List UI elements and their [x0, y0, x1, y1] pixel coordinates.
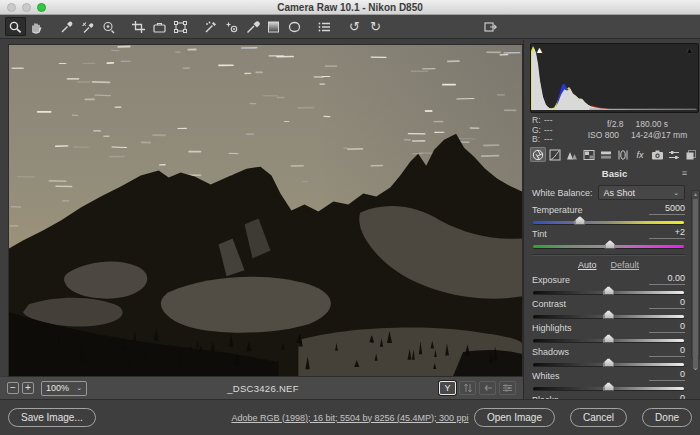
slider-row-highlights: Highlights0	[532, 321, 685, 342]
filename-label: _DSC3426.NEF	[90, 383, 436, 394]
slider-thumb[interactable]	[603, 334, 614, 343]
white-balance-row: White Balance: As Shot ⌄	[532, 185, 685, 200]
zoom-in-button[interactable]: +	[22, 382, 34, 394]
tab-effects[interactable]: fx	[632, 147, 648, 162]
tab-camera-calibration[interactable]	[649, 147, 665, 162]
red-eye-tool[interactable]	[221, 17, 242, 36]
slider-track[interactable]	[533, 315, 684, 318]
white-balance-select[interactable]: As Shot ⌄	[598, 185, 685, 200]
minimize-window-button[interactable]	[22, 3, 31, 12]
shutter-value: 180.00 s	[635, 119, 668, 130]
radial-filter-tool[interactable]	[284, 17, 305, 36]
swap-before-after-button[interactable]	[459, 381, 476, 395]
split-bars-icon	[600, 149, 612, 161]
panel-menu-icon[interactable]: ≡	[682, 169, 687, 178]
preferences-button[interactable]	[314, 17, 335, 36]
open-image-button[interactable]: Open Image	[474, 408, 555, 427]
slider-thumb[interactable]	[603, 286, 614, 295]
slider-thumb[interactable]	[603, 358, 614, 367]
slider-value-field[interactable]: 5000	[649, 203, 685, 215]
scroll-up-arrow-icon[interactable]: ▲	[692, 191, 699, 197]
image-status-bar: − + 100% ⌄ _DSC3426.NEF Y	[0, 376, 523, 399]
before-after-toggle-button[interactable]: Y	[439, 381, 456, 395]
transform-tool[interactable]	[170, 17, 191, 36]
cancel-button[interactable]: Cancel	[570, 408, 627, 427]
shadow-clipping-warning-icon[interactable]: ▲	[535, 45, 544, 55]
slider-track[interactable]	[533, 221, 684, 224]
workflow-options-link[interactable]: Adobe RGB (1998); 16 bit; 5504 by 8256 (…	[231, 413, 468, 423]
slider-value-field[interactable]: +2	[649, 227, 685, 239]
zoom-tool[interactable]	[5, 17, 26, 36]
scroll-down-arrow-icon[interactable]: ⌄	[692, 364, 699, 372]
aperture-icon	[532, 149, 544, 161]
white-balance-tool[interactable]	[56, 17, 77, 36]
slider-value-field[interactable]: 0.00	[649, 273, 685, 285]
graduated-filter-tool[interactable]	[263, 17, 284, 36]
slider-thumb[interactable]	[605, 240, 616, 249]
scrollbar-thumb[interactable]	[693, 199, 698, 369]
photo-star-trails-mountains	[9, 45, 522, 376]
slider-thumb[interactable]	[603, 310, 614, 319]
default-link[interactable]: Default	[610, 260, 639, 270]
slider-thumb[interactable]	[574, 216, 585, 225]
slider-track[interactable]	[533, 363, 684, 366]
targeted-adjustment-tool[interactable]	[98, 17, 119, 36]
rotate-left-button[interactable]: ↺	[344, 17, 365, 36]
magnifier-icon	[8, 20, 23, 34]
window-title: Camera Raw 10.1 - Nikon D850	[277, 2, 423, 13]
slider-value-field[interactable]: 0	[649, 345, 685, 357]
auto-link[interactable]: Auto	[578, 260, 597, 270]
slider-row-shadows: Shadows0	[532, 345, 685, 366]
color-sampler-tool[interactable]	[77, 17, 98, 36]
image-column: − + 100% ⌄ _DSC3426.NEF Y	[0, 40, 523, 399]
slider-track[interactable]	[533, 291, 684, 294]
toggle-filmstrip-button[interactable]	[480, 17, 501, 36]
presets-sliders-icon	[668, 149, 680, 161]
chevron-down-icon: ⌄	[673, 189, 679, 197]
tab-snapshots[interactable]	[683, 147, 699, 162]
slider-track[interactable]	[533, 339, 684, 342]
zoom-out-button[interactable]: −	[7, 382, 19, 394]
g-value: ---	[544, 125, 553, 135]
straighten-tool[interactable]	[149, 17, 170, 36]
done-button[interactable]: Done	[642, 408, 692, 427]
slider-track[interactable]	[533, 387, 684, 390]
preview-preferences-button[interactable]	[499, 381, 516, 395]
zoom-level-select[interactable]: 100% ⌄	[41, 381, 87, 396]
zoom-window-button[interactable]	[37, 3, 46, 12]
sliders-icon	[502, 383, 513, 393]
close-window-button[interactable]	[7, 3, 16, 12]
camera-icon	[651, 149, 664, 161]
transform-frame-icon	[173, 20, 188, 34]
save-image-button[interactable]: Save Image...	[8, 408, 96, 427]
tab-tone-curve[interactable]	[547, 147, 563, 162]
highlight-clipping-warning-icon[interactable]: ▲	[685, 45, 694, 55]
b-value: ---	[544, 134, 553, 144]
panel-scrollbar[interactable]: ▲ ⌄	[691, 190, 700, 359]
crop-tool[interactable]	[128, 17, 149, 36]
tab-detail[interactable]	[564, 147, 580, 162]
tab-lens-corrections[interactable]	[615, 147, 631, 162]
tab-presets[interactable]	[666, 147, 682, 162]
rotate-right-button[interactable]: ↻	[365, 17, 386, 36]
photo-canvas[interactable]	[9, 45, 522, 376]
spot-removal-tool[interactable]	[200, 17, 221, 36]
healing-brush-icon	[203, 20, 218, 34]
chevron-down-icon: ⌄	[76, 384, 82, 392]
swap-arrows-icon	[463, 383, 473, 393]
hand-tool[interactable]	[26, 17, 47, 36]
lens-value: 14-24@17 mm	[631, 130, 687, 141]
slider-value-field[interactable]: 0	[649, 321, 685, 333]
slider-label: Exposure	[532, 275, 570, 285]
tab-basic[interactable]	[530, 147, 546, 162]
slider-value-field[interactable]: 0	[649, 297, 685, 309]
slider-thumb[interactable]	[603, 382, 614, 391]
slider-value-field[interactable]: 0	[649, 369, 685, 381]
tab-split-toning[interactable]	[598, 147, 614, 162]
copy-settings-button[interactable]	[479, 381, 496, 395]
brush-icon	[245, 20, 260, 34]
tab-hsl-adjustments[interactable]	[581, 147, 597, 162]
adjustment-brush-tool[interactable]	[242, 17, 263, 36]
radial-filter-icon	[287, 20, 302, 34]
slider-track[interactable]	[533, 245, 684, 248]
